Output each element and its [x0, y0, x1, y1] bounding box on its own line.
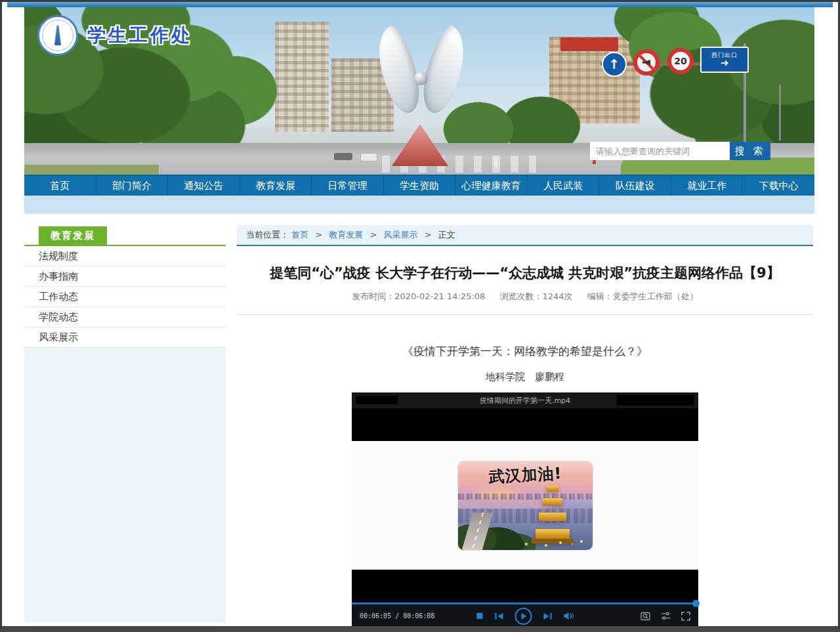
volume-icon[interactable]	[564, 612, 574, 620]
view-count-label: 浏览次数：	[499, 291, 542, 301]
search-box: 搜 索	[590, 142, 770, 160]
page: ↑ 20 西门出口 ➜ 学生工作处 搜 索 首页 部门简介 通知公告 教育	[2, 2, 838, 626]
main-content: 当前位置： 首页 > 教育发展 > 风采展示 > 正文 提笔同“心”战疫 长大学…	[237, 225, 813, 626]
breadcrumb-label: 当前位置：	[246, 230, 289, 240]
video-controls: 00:06:05 / 00:06:08	[352, 602, 698, 626]
sidebar-item-service-guide[interactable]: 办事指南	[24, 266, 226, 287]
site-logo[interactable]: 学生工作处	[37, 15, 192, 56]
article-meta: 发布时间：2020-02-21 14:25:08 浏览次数：1244次 编辑：党…	[237, 291, 813, 303]
sidebar-item-work-news[interactable]: 工作动态	[24, 287, 226, 307]
fullscreen-icon[interactable]	[681, 612, 690, 621]
video-time: 00:06:05 / 00:06:08	[360, 612, 434, 620]
car	[360, 153, 377, 161]
nav-item-dept-intro[interactable]: 部门简介	[96, 176, 168, 196]
right-arrow-icon: ➜	[721, 58, 729, 68]
nav-item-mental-health[interactable]: 心理健康教育	[455, 176, 527, 196]
breadcrumb-highlights[interactable]: 风采展示	[384, 230, 418, 240]
publish-time: 发布时间：2020-02-21 14:25:08	[352, 291, 485, 301]
video-filename: 疫情期间的开学第一天.mp4	[480, 396, 570, 406]
pedestrian	[494, 158, 497, 167]
video-thumbnail: 武汉加油!	[457, 461, 593, 551]
traffic-sign-no-horn	[633, 49, 660, 75]
sidebar-item-highlights[interactable]: 风采展示	[24, 327, 226, 348]
breadcrumb-separator: >	[425, 230, 432, 240]
header-banner: ↑ 20 西门出口 ➜ 学生工作处 搜 索	[24, 7, 814, 175]
letterbox-bottom	[352, 570, 698, 602]
redacted-box	[617, 395, 694, 406]
publish-time-label: 发布时间：	[352, 291, 394, 301]
playback-controls	[476, 608, 574, 625]
progress-handle[interactable]	[692, 600, 700, 607]
letterbox-top	[352, 408, 698, 441]
search-button[interactable]: 搜 索	[730, 142, 770, 160]
yellow-crane-tower	[527, 480, 578, 543]
breadcrumb-separator: >	[315, 230, 322, 240]
car	[334, 153, 352, 160]
video-progress-bar[interactable]	[352, 602, 698, 604]
editor-value: 党委学生工作部（处）	[613, 291, 698, 301]
breadcrumb-separator: >	[369, 230, 377, 240]
video-titlebar: 疫情期间的开学第一天.mp4	[352, 392, 698, 408]
sidebar-header: 教育发展	[24, 225, 226, 246]
university-seal-icon	[37, 15, 78, 56]
secondary-controls	[640, 612, 690, 621]
seal-tower-glyph	[54, 26, 61, 45]
sidebar-item-regulations[interactable]: 法规制度	[24, 246, 226, 266]
video-player: 疫情期间的开学第一天.mp4	[352, 392, 698, 626]
search-input[interactable]	[590, 142, 730, 160]
skip-back-icon[interactable]	[495, 612, 504, 620]
breadcrumb: 当前位置： 首页 > 教育发展 > 风采展示 > 正文	[237, 225, 813, 246]
breadcrumb-home[interactable]: 首页	[291, 230, 308, 240]
settings-icon[interactable]	[661, 612, 671, 620]
city-lights	[572, 543, 573, 545]
sidebar-item-college-news[interactable]: 学院动态	[24, 307, 226, 327]
work-title: 《疫情下开学第一天：网络教学的希望是什么？》	[237, 344, 813, 359]
publish-time-value: 2020-02-21 14:25:08	[394, 291, 485, 301]
view-count-value: 1244次	[542, 291, 572, 301]
breadcrumb-current: 正文	[438, 230, 455, 240]
nav-item-downloads[interactable]: 下载中心	[742, 176, 814, 196]
editor-label: 编辑：	[587, 291, 613, 301]
play-icon[interactable]	[515, 608, 532, 625]
skip-forward-icon[interactable]	[543, 612, 553, 620]
nav-item-home[interactable]: 首页	[24, 176, 96, 196]
nav-item-student-aid[interactable]: 学生资助	[383, 176, 455, 196]
nav-item-education[interactable]: 教育发展	[240, 176, 312, 196]
breadcrumb-education[interactable]: 教育发展	[329, 230, 363, 240]
divider	[237, 314, 813, 315]
editor: 编辑：党委学生工作部（处）	[587, 291, 698, 301]
nav-substrip	[24, 196, 814, 214]
window-frame: ↑ 20 西门出口 ➜ 学生工作处 搜 索 首页 部门简介 通知公告 教育	[0, 0, 840, 632]
stop-icon[interactable]	[476, 612, 484, 620]
nav-item-daily-mgmt[interactable]: 日常管理	[311, 176, 383, 196]
nav-item-team-building[interactable]: 队伍建设	[598, 176, 671, 196]
sidebar-title: 教育发展	[39, 226, 107, 245]
street-lamp	[779, 85, 781, 140]
work-author: 地科学院 廖鹏程	[237, 371, 813, 383]
traffic-sign-up-arrow: ↑	[602, 52, 627, 77]
top-accent-bar	[7, 2, 833, 7]
main-nav: 首页 部门简介 通知公告 教育发展 日常管理 学生资助 心理健康教育 人民武装 …	[24, 175, 814, 196]
nav-item-militia[interactable]: 人民武装	[527, 176, 599, 196]
traffic-sign-west-exit: 西门出口 ➜	[700, 47, 749, 73]
sidebar-panel	[24, 348, 226, 622]
video-screen[interactable]: 武汉加油!	[352, 441, 698, 570]
traffic-sign-speed-limit: 20	[667, 48, 694, 74]
sidebar: 教育发展 法规制度 办事指南 工作动态 学院动态 风采展示	[24, 225, 226, 622]
frame-capture-icon[interactable]	[640, 612, 650, 621]
article-title: 提笔同“心”战疫 长大学子在行动——“众志成城 共克时艰”抗疫主题网络作品【9】	[242, 263, 808, 283]
site-title: 学生工作处	[87, 23, 192, 48]
grass-strip	[24, 165, 159, 175]
nav-item-notices[interactable]: 通知公告	[167, 176, 240, 196]
redacted-box	[356, 396, 398, 404]
sculpture-orb	[414, 72, 428, 85]
nav-item-employment[interactable]: 就业工作	[671, 176, 743, 196]
view-count: 浏览次数：1244次	[499, 291, 572, 301]
